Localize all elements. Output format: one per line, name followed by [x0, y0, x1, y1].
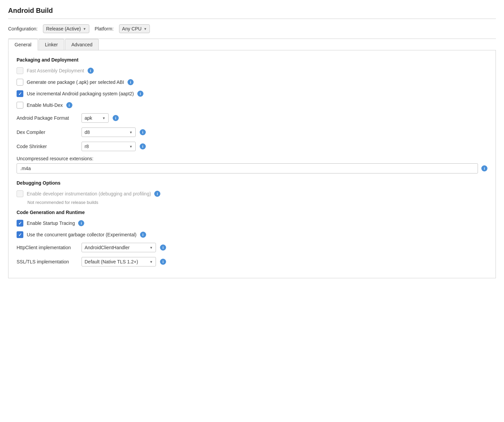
checkbox-generate-one-package[interactable]: [17, 79, 23, 86]
ssl-tls-dropdown[interactable]: Default (Native TLS 1.2+) ▼: [82, 257, 156, 266]
android-package-format-value: apk: [85, 115, 92, 121]
android-package-format-label: Android Package Format: [17, 115, 77, 121]
ssl-tls-info-icon[interactable]: i: [160, 259, 166, 265]
code-generation-section-title: Code Generation and Runtime: [17, 210, 487, 215]
option-row-generate-one-package: Generate one package (.apk) per selected…: [17, 79, 487, 86]
debugging-section-title: Debugging Options: [17, 180, 487, 186]
dex-compiler-info-icon[interactable]: i: [140, 129, 146, 135]
tab-advanced[interactable]: Advanced: [65, 39, 99, 50]
httpclient-value: AndroidClientHandler: [85, 245, 130, 250]
checkbox-startup-tracing[interactable]: [17, 220, 23, 227]
configuration-dropdown-arrow: ▼: [83, 27, 86, 31]
tab-content-general: Packaging and Deployment Fast Assembly D…: [8, 50, 496, 278]
ssl-tls-arrow: ▼: [150, 260, 153, 264]
enable-multidex-info-icon[interactable]: i: [66, 102, 72, 108]
platform-label: Platform:: [95, 26, 114, 31]
uncompressed-extensions-section: Uncompressed resource extensions: i: [17, 156, 487, 173]
ssl-tls-label: SSL/TLS implementation: [17, 259, 77, 264]
dex-compiler-label: Dex Compiler: [17, 130, 77, 135]
android-package-format-arrow: ▼: [102, 116, 106, 120]
dex-compiler-arrow: ▼: [129, 131, 133, 134]
checkbox-developer-instrumentation[interactable]: [17, 190, 23, 197]
startup-tracing-label: Enable Startup Tracing: [27, 220, 75, 226]
platform-value: Any CPU: [122, 26, 142, 31]
fast-assembly-label: Fast Assembly Deployment: [27, 68, 84, 73]
configuration-value: Release (Active): [46, 26, 81, 31]
configuration-dropdown[interactable]: Release (Active) ▼: [43, 24, 89, 33]
checkbox-incremental-packaging[interactable]: [17, 90, 23, 97]
dex-compiler-row: Dex Compiler d8 ▼ i: [17, 127, 487, 137]
android-package-format-info-icon[interactable]: i: [113, 115, 119, 121]
ssl-tls-value: Default (Native TLS 1.2+): [85, 259, 138, 264]
incremental-packaging-info-icon[interactable]: i: [137, 91, 143, 97]
generate-one-package-info-icon[interactable]: i: [128, 79, 134, 85]
code-shrinker-dropdown[interactable]: r8 ▼: [82, 142, 136, 151]
incremental-packaging-label: Use incremental Android packaging system…: [27, 91, 134, 96]
code-shrinker-row: Code Shrinker r8 ▼ i: [17, 142, 487, 151]
option-row-incremental-packaging: Use incremental Android packaging system…: [17, 90, 487, 97]
option-row-enable-multidex: Enable Multi-Dex i: [17, 102, 487, 109]
httpclient-row: HttpClient implementation AndroidClientH…: [17, 243, 487, 252]
httpclient-label: HttpClient implementation: [17, 245, 77, 250]
option-row-concurrent-gc: Use the concurrent garbage collector (Ex…: [17, 231, 487, 238]
developer-instrumentation-info-icon[interactable]: i: [154, 191, 160, 197]
android-package-format-dropdown[interactable]: apk ▼: [82, 113, 109, 123]
httpclient-dropdown[interactable]: AndroidClientHandler ▼: [82, 243, 156, 252]
httpclient-arrow: ▼: [150, 246, 153, 250]
uncompressed-extensions-input-row: i: [17, 163, 487, 173]
uncompressed-extensions-label: Uncompressed resource extensions:: [17, 156, 487, 161]
concurrent-gc-info-icon[interactable]: i: [140, 232, 146, 238]
tabs-container: General Linker Advanced: [8, 39, 496, 50]
fast-assembly-info-icon[interactable]: i: [88, 68, 94, 74]
code-shrinker-info-icon[interactable]: i: [140, 143, 146, 149]
ssl-tls-row: SSL/TLS implementation Default (Native T…: [17, 257, 487, 266]
configuration-label: Configuration:: [8, 26, 38, 31]
dex-compiler-value: d8: [85, 130, 90, 135]
code-shrinker-value: r8: [85, 144, 89, 149]
checkbox-fast-assembly[interactable]: [17, 67, 23, 74]
tab-general[interactable]: General: [8, 39, 38, 50]
generate-one-package-label: Generate one package (.apk) per selected…: [27, 79, 124, 85]
code-shrinker-arrow: ▼: [129, 145, 133, 148]
developer-instrumentation-warning: Not recommended for release builds: [27, 200, 487, 205]
android-package-format-row: Android Package Format apk ▼ i: [17, 113, 487, 123]
config-bar: Configuration: Release (Active) ▼ Platfo…: [8, 24, 496, 33]
concurrent-gc-label: Use the concurrent garbage collector (Ex…: [27, 232, 137, 237]
page-title: Android Build: [8, 7, 496, 15]
tab-linker[interactable]: Linker: [39, 39, 64, 50]
checkbox-enable-multidex[interactable]: [17, 102, 23, 109]
platform-dropdown-arrow: ▼: [143, 27, 147, 31]
option-row-developer-instrumentation: Enable developer instrumentation (debugg…: [17, 190, 487, 197]
httpclient-info-icon[interactable]: i: [160, 244, 166, 251]
uncompressed-extensions-input[interactable]: [17, 163, 478, 173]
option-row-startup-tracing: Enable Startup Tracing i: [17, 220, 487, 227]
option-row-fast-assembly: Fast Assembly Deployment i: [17, 67, 487, 74]
enable-multidex-label: Enable Multi-Dex: [27, 102, 63, 108]
checkbox-concurrent-gc[interactable]: [17, 231, 23, 238]
platform-dropdown[interactable]: Any CPU ▼: [119, 24, 150, 33]
code-shrinker-label: Code Shrinker: [17, 144, 77, 149]
packaging-section-title: Packaging and Deployment: [17, 57, 487, 63]
uncompressed-extensions-info-icon[interactable]: i: [481, 165, 487, 171]
developer-instrumentation-label: Enable developer instrumentation (debugg…: [27, 191, 151, 196]
startup-tracing-info-icon[interactable]: i: [78, 220, 84, 226]
dex-compiler-dropdown[interactable]: d8 ▼: [82, 127, 136, 137]
